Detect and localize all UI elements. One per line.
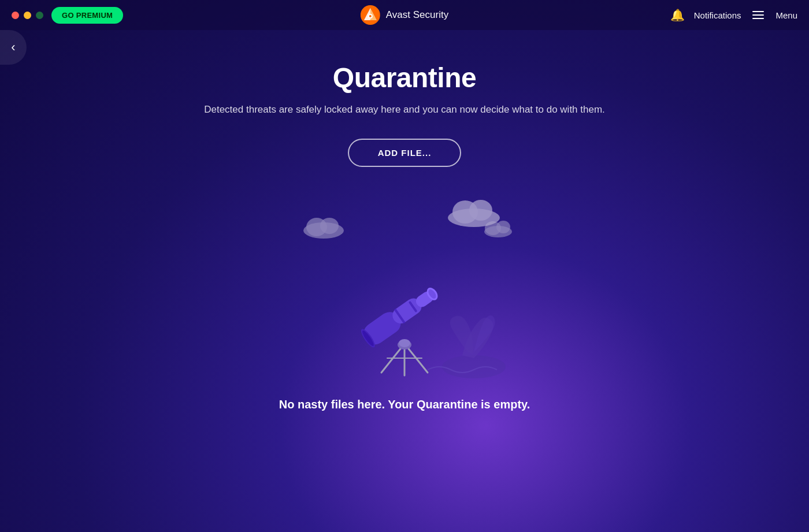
svg-point-5 bbox=[320, 218, 339, 234]
notifications-button[interactable]: Notifications bbox=[694, 10, 741, 20]
titlebar-center: Avast Security bbox=[361, 5, 448, 25]
svg-point-8 bbox=[469, 200, 492, 221]
menu-line-1 bbox=[752, 11, 764, 12]
avast-logo-icon bbox=[361, 5, 380, 25]
app-window: GO PREMIUM Avast Security 🔔 Notification… bbox=[0, 0, 809, 532]
cloud-3-icon bbox=[483, 219, 514, 240]
page-title: Quarantine bbox=[333, 62, 476, 94]
empty-state-message: No nasty files here. Your Quarantine is … bbox=[279, 398, 530, 411]
menu-line-3 bbox=[752, 18, 764, 19]
close-button[interactable] bbox=[12, 12, 19, 19]
page-subtitle: Detected threats are safely locked away … bbox=[204, 104, 605, 116]
chevron-left-icon: ‹ bbox=[11, 40, 15, 55]
titlebar-left: GO PREMIUM bbox=[12, 7, 123, 24]
quarantine-illustration bbox=[289, 196, 520, 381]
traffic-lights bbox=[12, 12, 43, 19]
cloud-1-icon bbox=[300, 213, 347, 241]
svg-point-11 bbox=[496, 221, 510, 233]
svg-point-27 bbox=[399, 339, 410, 347]
bell-icon[interactable]: 🔔 bbox=[670, 8, 685, 22]
svg-point-2 bbox=[369, 15, 372, 17]
add-file-button[interactable]: ADD FILE... bbox=[348, 139, 462, 167]
telescope-icon bbox=[341, 251, 468, 381]
main-content: Quarantine Detected threats are safely l… bbox=[0, 30, 809, 532]
minimize-button[interactable] bbox=[24, 12, 31, 19]
app-name-label: Avast Security bbox=[386, 9, 448, 21]
titlebar-right: 🔔 Notifications Menu bbox=[670, 8, 797, 22]
maximize-button[interactable] bbox=[36, 12, 43, 19]
go-premium-button[interactable]: GO PREMIUM bbox=[51, 7, 123, 24]
menu-icon[interactable] bbox=[750, 9, 766, 21]
titlebar: GO PREMIUM Avast Security 🔔 Notification… bbox=[0, 0, 809, 30]
menu-button[interactable]: Menu bbox=[775, 10, 797, 20]
menu-line-2 bbox=[752, 14, 764, 16]
